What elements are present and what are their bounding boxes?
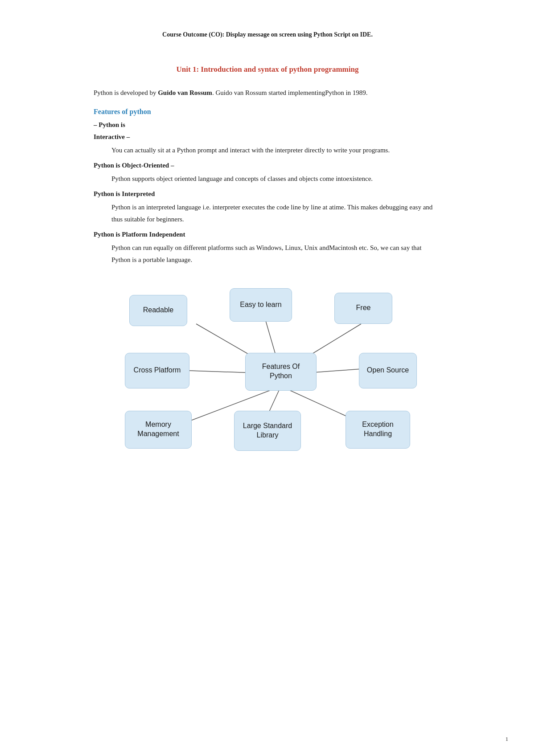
- course-outcome: Course Outcome (CO): Display message on …: [94, 18, 441, 38]
- svg-line-3: [189, 371, 254, 373]
- node-features-of-python: Features Of Python: [245, 353, 317, 391]
- node-free: Free: [334, 293, 392, 324]
- node-memory-management: Memory Management: [125, 411, 192, 449]
- node-exception-handling: Exception Handling: [346, 411, 410, 449]
- oo-heading: Python is Object-Oriented –: [94, 162, 441, 169]
- node-readable: Readable: [129, 295, 187, 326]
- dash-python: – Python is: [94, 121, 441, 129]
- oo-body: Python supports object oriented language…: [111, 173, 441, 185]
- node-easy-to-learn: Easy to learn: [230, 288, 292, 322]
- platform-heading: Python is Platform Independent: [94, 231, 441, 238]
- interpreted-body: Python is an interpreted language i.e. i…: [111, 201, 441, 225]
- unit-title: Unit 1: Introduction and syntax of pytho…: [94, 65, 441, 74]
- intro-text: . Guido van Rossum started implementingP…: [212, 89, 368, 96]
- node-large-standard-library: Large Standard Library: [234, 411, 301, 451]
- interpreted-heading: Python is Interpreted: [94, 190, 441, 198]
- features-diagram: Readable Easy to learn Free Cross Platfo…: [116, 284, 419, 453]
- node-open-source: Open Source: [359, 353, 417, 388]
- page-number: 1: [506, 736, 509, 743]
- interactive-body: You can actually sit at a Python prompt …: [111, 144, 441, 156]
- node-cross-platform: Cross Platform: [125, 353, 189, 388]
- intro-paragraph: Python is developed by Guido van Rossum.…: [94, 87, 441, 99]
- interactive-heading: Interactive –: [94, 133, 441, 141]
- features-heading: Features of python: [94, 108, 441, 116]
- author-name: Guido van Rossum: [158, 89, 212, 96]
- platform-body: Python can run equally on different plat…: [111, 242, 441, 266]
